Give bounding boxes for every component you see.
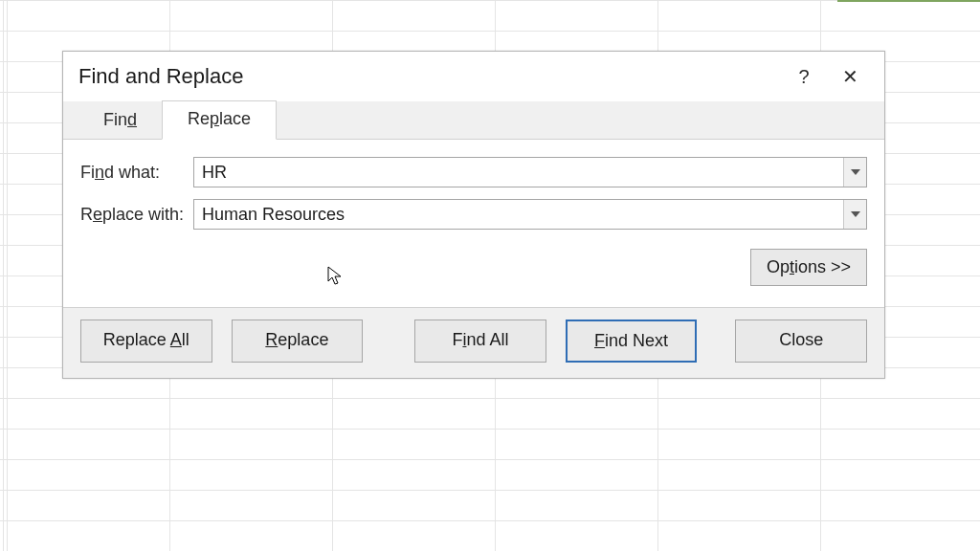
find-next-button[interactable]: Find Next <box>566 320 698 363</box>
replace-with-dropdown[interactable] <box>843 200 866 229</box>
replace-button[interactable]: Replace <box>232 320 364 363</box>
options-button[interactable]: Options >> <box>750 249 867 286</box>
replace-with-row: Replace with: <box>80 199 867 230</box>
replace-with-label: Replace with: <box>80 205 193 225</box>
dialog-body: Find what: Replace with: Optio <box>63 140 884 307</box>
find-all-button[interactable]: Find All <box>414 320 546 363</box>
tab-strip: Find Replace <box>63 101 884 140</box>
tab-find-label: Find <box>103 110 137 129</box>
replace-all-button[interactable]: Replace All <box>80 320 212 363</box>
tab-replace-label: Replace <box>188 109 251 128</box>
find-what-row: Find what: <box>80 157 867 187</box>
close-button[interactable]: Close <box>735 320 867 363</box>
selection-border <box>837 0 980 2</box>
find-and-replace-dialog: Find and Replace ? ✕ Find Replace Find w… <box>62 51 885 379</box>
tab-find[interactable]: Find <box>78 102 162 140</box>
options-row: Options >> <box>80 241 867 303</box>
dialog-footer: Replace All Replace Find All Find Next C… <box>63 307 884 378</box>
help-button[interactable]: ? <box>781 57 827 96</box>
find-what-label: Find what: <box>80 163 193 183</box>
close-window-button[interactable]: ✕ <box>827 57 873 96</box>
dialog-title: Find and Replace <box>75 64 243 89</box>
tab-replace[interactable]: Replace <box>162 100 277 140</box>
find-what-input[interactable] <box>194 158 843 187</box>
dialog-titlebar: Find and Replace ? ✕ <box>63 52 884 101</box>
find-what-dropdown[interactable] <box>843 158 866 187</box>
chevron-down-icon <box>851 211 860 217</box>
replace-with-input[interactable] <box>194 200 843 229</box>
replace-with-combo <box>193 199 867 230</box>
chevron-down-icon <box>851 169 860 175</box>
find-what-combo <box>193 157 867 187</box>
